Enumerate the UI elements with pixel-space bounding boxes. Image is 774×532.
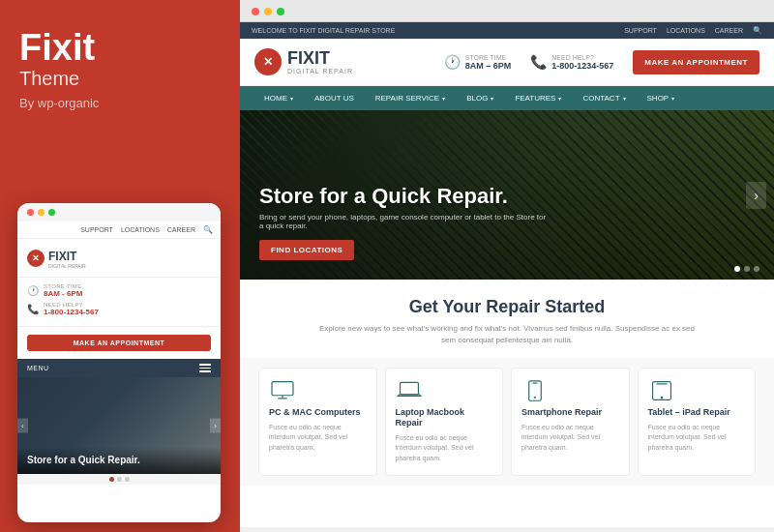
phone-info: 📞 NEED HELP? 1-800-1234-567 [530, 54, 613, 71]
mobile-hero-overlay: Store for a Quick Repair. [17, 447, 221, 474]
desktop-logo-brand: FIXIT [287, 48, 330, 68]
mobile-search-icon[interactable]: 🔍 [203, 225, 213, 234]
mobile-store-time-value: 8AM - 6PM [44, 289, 82, 298]
svg-rect-3 [400, 382, 418, 395]
nav-blog[interactable]: BLOG ▾ [457, 86, 503, 110]
nav-about[interactable]: ABOUT US [305, 86, 364, 110]
utility-welcome: WELCOME TO FIXIT DIGITAL REPAIR STORE [252, 27, 395, 34]
hero-dot-2[interactable] [744, 266, 750, 272]
tablet-icon [648, 380, 746, 401]
mobile-phone-icon: 📞 [27, 304, 39, 314]
mobile-menu-label: MENU [27, 365, 49, 371]
get-started-section: Get Your Repair Started Explore new ways… [240, 280, 774, 358]
service-tablet-desc: Fusce eu odio ac neque interdum volutpat… [648, 423, 746, 454]
utility-support-link[interactable]: SUPPORT [624, 27, 657, 34]
hero-nav-dots [734, 266, 759, 272]
find-locations-button[interactable]: FIND LOCATIONS [259, 240, 354, 260]
nav-repair[interactable]: REPAIR SERVICE ▾ [366, 86, 455, 110]
desktop-browser-chrome [240, 0, 774, 22]
laptop-icon [396, 380, 493, 401]
service-card-pc: PC & MAC Computers Fusce eu odio ac nequ… [258, 368, 377, 476]
mobile-prev-arrow[interactable]: ‹ [17, 418, 28, 432]
need-help-label: NEED HELP? [551, 54, 613, 61]
nav-home[interactable]: HOME ▾ [254, 86, 303, 110]
mobile-hero: ‹ › Store for a Quick Repair. [17, 377, 221, 474]
mobile-locations-link[interactable]: LOCATIONS [121, 226, 160, 233]
nav-features[interactable]: FEATURES ▾ [505, 86, 571, 110]
browser-dot-yellow [264, 8, 272, 15]
nav-shop[interactable]: SHOP ▾ [638, 86, 685, 110]
mobile-hero-title: Store for a Quick Repair. [27, 455, 211, 466]
header-info: 🕐 STORE TIME 8AM – 6PM 📞 NEED HELP? 1-80… [444, 50, 759, 74]
mobile-mockup: SUPPORT LOCATIONS CAREER 🔍 ✕ FIXIT DIGIT… [17, 203, 221, 522]
nav-contact[interactable]: CONTACT ▾ [573, 86, 635, 110]
hero-title: Store for a Quick Repair. [259, 184, 550, 209]
browser-dot-red [252, 8, 259, 15]
service-card-tablet: Tablet – iPad Repair Fusce eu odio ac ne… [638, 368, 757, 476]
svg-rect-0 [272, 382, 293, 396]
store-time-label: STORE TIME [465, 54, 512, 61]
get-started-desc: Explore new ways to see what's working a… [313, 323, 700, 346]
service-card-smartphone: Smartphone Repair Fusce eu odio ac neque… [511, 368, 630, 476]
phone-icon: 📞 [530, 54, 547, 70]
theme-author: By wp-organic [19, 96, 221, 110]
mobile-hamburger-icon[interactable] [199, 364, 211, 372]
mobile-browser-chrome [17, 203, 221, 222]
mobile-menu-bar: MENU [17, 359, 221, 377]
store-time-value: 8AM – 6PM [465, 61, 512, 71]
dot-yellow [38, 209, 45, 216]
mobile-logo-sub: DIGITAL REPAIR [48, 264, 86, 269]
hero-dot-3[interactable] [754, 266, 759, 272]
hero-next-arrow[interactable]: › [746, 182, 766, 209]
mobile-header: ✕ FIXIT DIGITAL REPAIR [17, 239, 221, 278]
mobile-logo-brand: FIXIT [48, 250, 76, 263]
left-panel: Fixit Theme By wp-organic SUPPORT LOCATI… [0, 0, 240, 532]
clock-icon: 🕐 [444, 54, 461, 70]
mobile-dot-1[interactable] [109, 477, 114, 482]
mobile-clock-icon: 🕐 [27, 285, 39, 296]
theme-title: Fixit [19, 29, 221, 66]
mobile-dot-3[interactable] [125, 477, 130, 482]
service-card-laptop: Laptop Macbook Repair Fusce eu odio ac n… [385, 368, 504, 476]
theme-subtitle: Theme [19, 68, 221, 90]
mobile-phone-value: 1-800-1234-567 [44, 308, 99, 316]
utility-bar: WELCOME TO FIXIT DIGITAL REPAIR STORE SU… [240, 22, 774, 39]
browser-dot-green [277, 8, 284, 15]
mobile-next-arrow[interactable]: › [210, 418, 221, 432]
site-header: ✕ FIXIT DIGITAL REPAIR 🕐 STORE TIME 8AM … [240, 39, 774, 86]
mobile-store-time: 🕐 STORE TIME 8AM - 6PM 📞 NEED HELP? 1-80… [17, 278, 221, 327]
service-pc-desc: Fusce eu odio ac neque interdum volutpat… [269, 423, 367, 454]
hero-section: Store for a Quick Repair. Bring or send … [240, 110, 774, 280]
hero-content: Store for a Quick Repair. Bring or send … [259, 184, 550, 260]
utility-search-icon[interactable]: 🔍 [753, 26, 762, 35]
service-smartphone-desc: Fusce eu odio ac neque interdum volutpat… [521, 423, 619, 454]
utility-locations-link[interactable]: LOCATIONS [667, 27, 705, 34]
dot-red [27, 209, 34, 216]
get-started-title: Get Your Repair Started [259, 297, 755, 317]
pc-icon [269, 380, 367, 401]
mobile-logo: ✕ FIXIT DIGITAL REPAIR [27, 247, 86, 269]
utility-links: SUPPORT LOCATIONS CAREER 🔍 [624, 26, 762, 35]
mobile-support-link[interactable]: SUPPORT [80, 226, 113, 233]
hero-dot-1[interactable] [734, 266, 740, 272]
store-time-info: 🕐 STORE TIME 8AM – 6PM [444, 54, 512, 71]
dot-green [48, 209, 55, 216]
service-laptop-desc: Fusce eu odio ac neque interdum volutpat… [396, 433, 493, 464]
service-laptop-title: Laptop Macbook Repair [396, 407, 493, 429]
main-navigation: HOME ▾ ABOUT US REPAIR SERVICE ▾ BLOG ▾ … [240, 86, 774, 110]
desktop-mockup: WELCOME TO FIXIT DIGITAL REPAIR STORE SU… [240, 0, 774, 532]
phone-value: 1-800-1234-567 [551, 61, 613, 71]
mobile-dot-2[interactable] [117, 477, 122, 482]
hero-subtitle: Bring or send your phone, laptops, game … [259, 213, 550, 230]
mobile-nav-dots [17, 474, 221, 485]
appointment-button[interactable]: MAKE AN APPOINTMENT [633, 50, 759, 74]
service-pc-title: PC & MAC Computers [269, 407, 367, 418]
mobile-topbar: SUPPORT LOCATIONS CAREER 🔍 [17, 222, 221, 239]
service-tablet-title: Tablet – iPad Repair [648, 407, 746, 418]
utility-career-link[interactable]: CAREER [715, 27, 743, 34]
mobile-appointment-button[interactable]: MAKE AN APPOINTMENT [27, 335, 211, 351]
website-content: WELCOME TO FIXIT DIGITAL REPAIR STORE SU… [240, 22, 774, 527]
service-cards: PC & MAC Computers Fusce eu odio ac nequ… [240, 358, 774, 486]
mobile-career-link[interactable]: CAREER [167, 226, 195, 233]
svg-point-8 [661, 397, 663, 399]
